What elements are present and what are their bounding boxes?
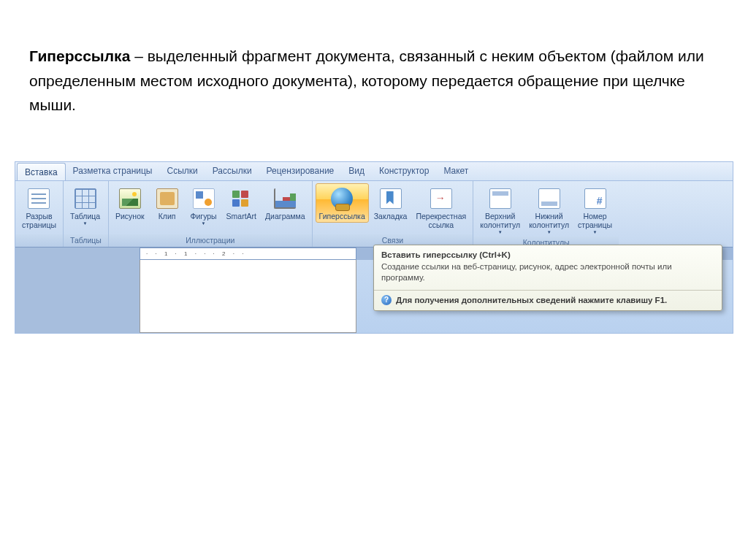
hyperlink-button[interactable]: Гиперссылка	[316, 183, 369, 223]
tab-layout[interactable]: Макет	[436, 162, 476, 180]
page-number-button[interactable]: Номер страницы ▼	[574, 183, 616, 237]
chevron-down-icon: ▼	[498, 230, 503, 234]
help-icon: ?	[381, 295, 392, 305]
picture-button[interactable]: Рисунок	[112, 183, 148, 223]
table-button[interactable]: Таблица ▼	[66, 183, 104, 228]
picture-icon	[119, 188, 141, 209]
smartart-button[interactable]: SmartArt	[223, 183, 260, 223]
chevron-down-icon: ▼	[83, 221, 88, 226]
smartart-icon	[230, 188, 252, 209]
group-pages: Разрыв страницы	[15, 181, 64, 247]
group-pages-title	[15, 234, 63, 247]
tooltip-footer: ? Для получения дополнительных сведений …	[374, 290, 722, 310]
table-icon	[75, 188, 96, 209]
tab-design[interactable]: Конструктор	[372, 162, 436, 180]
chart-button[interactable]: Диаграмма	[262, 183, 309, 223]
group-tables: Таблица ▼ Таблицы	[64, 181, 109, 247]
word-ribbon: Вставка Разметка страницы Ссылки Рассылк…	[15, 161, 733, 334]
clip-button[interactable]: Клип	[150, 183, 185, 223]
globe-icon	[331, 188, 353, 210]
bookmark-icon	[380, 188, 402, 209]
shapes-button[interactable]: Фигуры ▼	[186, 183, 221, 228]
tab-view[interactable]: Вид	[341, 162, 372, 180]
group-links: Гиперссылка Закладка Перекрестная ссылка…	[313, 181, 474, 247]
chevron-down-icon: ▼	[593, 230, 598, 234]
tooltip-body: Создание ссылки на веб-страницу, рисунок…	[374, 261, 722, 290]
tooltip-title: Вставить гиперссылку (Ctrl+K)	[374, 245, 722, 261]
header-button[interactable]: Верхний колонтитул ▼	[476, 183, 524, 237]
definition-term: Гиперссылка	[29, 47, 130, 64]
document-page[interactable]	[140, 260, 356, 333]
clip-icon	[156, 188, 178, 209]
ribbon-body: Разрыв страницы Таблица ▼ Таблицы Рисуно…	[15, 181, 733, 247]
definition-paragraph: Гиперссылка – выделенный фрагмент докуме…	[0, 0, 748, 154]
group-illustrations: Рисунок Клип Фигуры ▼ SmartArt Диа	[109, 181, 313, 247]
chart-icon	[274, 188, 296, 209]
page-number-icon	[584, 188, 606, 209]
horizontal-ruler[interactable]: · · 1 · 1 · · · 2 · ·	[140, 248, 356, 260]
tab-mailings[interactable]: Рассылки	[205, 162, 259, 180]
footer-button[interactable]: Нижний колонтитул ▼	[525, 183, 573, 237]
shapes-icon	[193, 188, 215, 209]
bookmark-button[interactable]: Закладка	[370, 183, 411, 223]
hyperlink-tooltip: Вставить гиперссылку (Ctrl+K) Создание с…	[373, 245, 722, 311]
group-illustrations-title: Иллюстрации	[109, 234, 312, 247]
cross-ref-button[interactable]: Перекрестная ссылка	[412, 183, 470, 231]
header-icon	[489, 188, 511, 209]
footer-icon	[538, 188, 560, 209]
page-break-icon	[28, 188, 50, 209]
group-headerfooter: Верхний колонтитул ▼ Нижний колонтитул ▼…	[473, 181, 619, 247]
definition-text: – выделенный фрагмент документа, связанн…	[29, 47, 704, 113]
ribbon-tabs: Вставка Разметка страницы Ссылки Рассылк…	[15, 162, 733, 181]
group-tables-title: Таблицы	[64, 234, 108, 247]
tab-page-layout[interactable]: Разметка страницы	[66, 162, 160, 180]
tab-references[interactable]: Ссылки	[159, 162, 205, 180]
page-break-button[interactable]: Разрыв страницы	[18, 183, 60, 231]
tab-insert[interactable]: Вставка	[17, 163, 66, 180]
tab-review[interactable]: Рецензирование	[259, 162, 342, 180]
chevron-down-icon: ▼	[547, 230, 552, 234]
chevron-down-icon: ▼	[202, 221, 206, 226]
cross-ref-icon	[430, 188, 452, 209]
